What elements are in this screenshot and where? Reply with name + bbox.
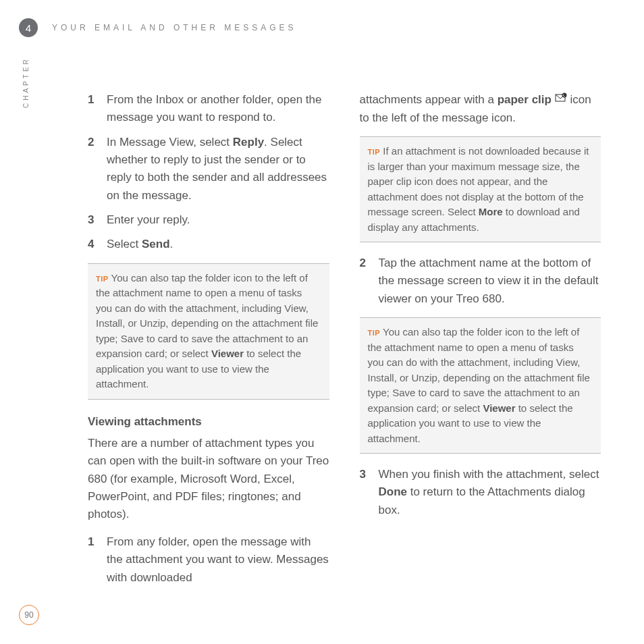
- left-column: 1 From the Inbox or another folder, open…: [88, 91, 329, 593]
- step-4: 4 Select Send.: [88, 236, 329, 253]
- step-3: 3 Enter your reply.: [88, 211, 329, 229]
- viewing-step-2: 2 Tap the attachment name at the bottom …: [360, 254, 601, 308]
- section-intro: There are a number of attachment types y…: [88, 435, 329, 524]
- step-number: 3: [88, 211, 107, 229]
- tip-text: If an attachment is not downloaded becau…: [368, 145, 589, 233]
- viewing-step-3: 3 When you finish with the attachment, s…: [360, 466, 601, 519]
- tip-label: TIP: [96, 275, 109, 283]
- tip-text: You can also tap the folder icon to the …: [368, 326, 590, 444]
- step-text: Enter your reply.: [107, 211, 329, 229]
- step-text: Tap the attachment name at the bottom of…: [379, 254, 601, 308]
- step-text: Select Send.: [107, 236, 329, 253]
- step-number: 2: [360, 254, 379, 308]
- step-1: 1 From the Inbox or another folder, open…: [88, 91, 329, 127]
- step-number: 2: [88, 134, 107, 205]
- tip-label: TIP: [368, 329, 381, 337]
- tip-box: TIP If an attachment is not downloaded b…: [360, 136, 601, 242]
- tip-box: TIP You can also tap the folder icon to …: [88, 263, 329, 400]
- step-text: When you finish with the attachment, sel…: [379, 466, 601, 519]
- chapter-number-badge: 4: [19, 18, 38, 37]
- tip-label: TIP: [368, 148, 381, 156]
- right-column: attachments appear with a paper clip ico…: [360, 91, 601, 593]
- page-number: 90: [19, 605, 39, 625]
- step-number: 3: [360, 466, 379, 519]
- svg-point-1: [562, 93, 566, 98]
- tip-text: You can also tap the folder icon to the …: [96, 272, 318, 390]
- step-2: 2 In Message View, select Reply. Select …: [88, 134, 329, 205]
- step-number: 4: [88, 236, 107, 253]
- section-heading: Viewing attachments: [88, 413, 329, 431]
- step-text: In Message View, select Reply. Select wh…: [107, 134, 329, 205]
- chapter-sidebar-label: CHAPTER: [22, 57, 30, 108]
- step-text: From any folder, open the message with t…: [107, 533, 329, 587]
- tip-box: TIP You can also tap the folder icon to …: [360, 317, 601, 454]
- paperclip-icon: [555, 91, 567, 109]
- step-text: From the Inbox or another folder, open t…: [107, 91, 329, 127]
- chapter-title: YOUR EMAIL AND OTHER MESSAGES: [52, 23, 297, 32]
- continuation-text: attachments appear with a paper clip ico…: [360, 91, 601, 127]
- step-number: 1: [88, 533, 107, 587]
- step-number: 1: [88, 91, 107, 127]
- viewing-step-1: 1 From any folder, open the message with…: [88, 533, 329, 587]
